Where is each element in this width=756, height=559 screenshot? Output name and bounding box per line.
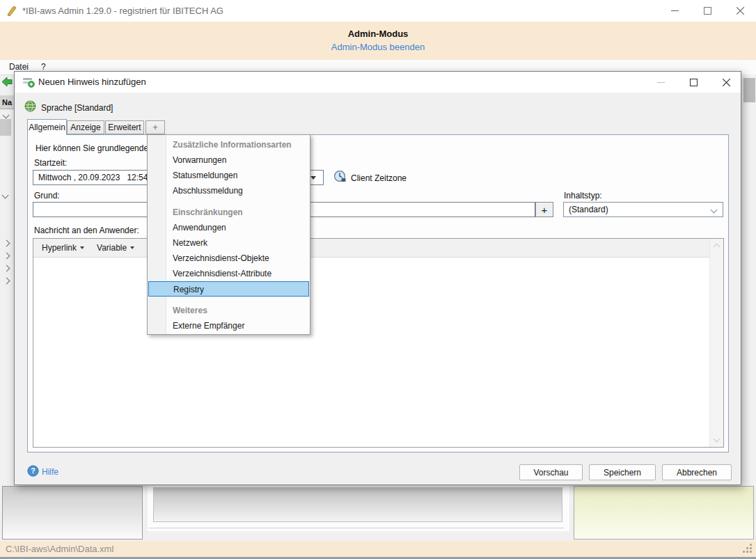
- timezone-label: Client Zeitzone: [351, 173, 407, 183]
- dialog-minimize-button[interactable]: [650, 72, 671, 93]
- app-icon: [6, 5, 18, 19]
- minimize-button[interactable]: [664, 0, 685, 21]
- chevron-down-icon: [711, 207, 718, 214]
- dialog-title: Neuen Hinweis hinzufügen: [38, 72, 146, 93]
- dialog-icon: [22, 77, 35, 90]
- statusbar: C:\IBI-aws\Admin\Data.xml: [0, 541, 756, 559]
- background-panel-middle-box: [153, 487, 562, 522]
- background-panel-divider: [149, 528, 564, 528]
- menu-section-weiteres: Weiteres: [148, 303, 310, 318]
- screen: *IBI-aws Admin 1.29.0 - registriert für …: [0, 0, 756, 559]
- tabpage-allgemein: Hier können Sie grundlegende Ei Startzei…: [27, 134, 729, 452]
- menu-item-externe-empfaenger[interactable]: Externe Empfänger: [148, 318, 310, 333]
- dialog-window-controls: [650, 72, 737, 93]
- abbrechen-button[interactable]: Abbrechen: [662, 464, 732, 480]
- menu-item-vorwarnungen[interactable]: Vorwarnungen: [148, 152, 310, 168]
- tree-expander-icon[interactable]: [3, 278, 10, 285]
- variable-menu-button[interactable]: Variable: [97, 243, 134, 253]
- tab-add-button[interactable]: +: [145, 120, 165, 134]
- plus-icon: +: [152, 123, 157, 132]
- inhaltstyp-label: Inhaltstyp:: [564, 191, 602, 200]
- inhaltstyp-value: (Standard): [569, 205, 608, 214]
- menu-separator: [148, 198, 310, 205]
- grund-add-button[interactable]: +: [535, 202, 553, 217]
- chevron-down-icon: [80, 246, 84, 249]
- menu-item-registry[interactable]: Registry: [148, 281, 309, 297]
- window-title: *IBI-aws Admin 1.29.0 - registriert für …: [22, 0, 223, 22]
- help-icon: ?: [27, 465, 39, 479]
- language-icon: [24, 100, 36, 114]
- maximize-button[interactable]: [697, 0, 718, 21]
- main-window-controls: [664, 0, 750, 21]
- editor-scrollbar[interactable]: [709, 239, 723, 447]
- close-button[interactable]: [730, 0, 750, 21]
- tab-erweitert[interactable]: Erweitert: [105, 120, 144, 134]
- startzeit-label: Startzeit:: [34, 158, 67, 168]
- statusbar-path: C:\IBI-aws\Admin\Data.xml: [6, 541, 113, 557]
- tree-expander-icon[interactable]: [2, 192, 9, 199]
- menu-item-statusmeldungen[interactable]: Statusmeldungen: [148, 168, 310, 183]
- tree-expander-icon[interactable]: [3, 265, 10, 272]
- menu-separator: [148, 297, 310, 303]
- back-icon[interactable]: [1, 77, 13, 89]
- background-panel-middle: [148, 485, 569, 531]
- menu-section-informationsarten: Zusätzliche Informationsarten: [148, 137, 310, 152]
- dialog-close-button[interactable]: [716, 72, 737, 93]
- message-editor[interactable]: Hyperlink Variable Be: [33, 238, 724, 448]
- menu-item-netzwerk[interactable]: Netzwerk: [148, 235, 310, 251]
- resize-grip-icon[interactable]: [743, 544, 753, 553]
- chevron-down-icon: [310, 176, 316, 180]
- abbrechen-label: Abbrechen: [677, 468, 717, 478]
- nachricht-label: Nachricht an den Anwender:: [34, 226, 139, 235]
- variable-label: Variable: [97, 243, 127, 253]
- admin-mode-exit-link[interactable]: Admin-Modus beenden: [0, 42, 756, 52]
- menu-item-abschlussmeldung[interactable]: Abschlussmeldung: [148, 183, 310, 198]
- editor-toolbar: Hyperlink Variable Be: [33, 239, 710, 258]
- intro-text: Hier können Sie grundlegende Ei: [36, 143, 158, 153]
- admin-mode-title: Admin-Modus: [0, 29, 756, 39]
- menu-item-verzeichnisdienst-attribute[interactable]: Verzeichnisdienst-Attribute: [148, 266, 310, 281]
- tab-allgemein[interactable]: Allgemein: [27, 119, 67, 135]
- vorschau-button[interactable]: Vorschau: [519, 464, 583, 480]
- timezone-icon: [333, 170, 347, 185]
- scroll-down-icon[interactable]: [714, 436, 720, 443]
- hyperlink-label: Hyperlink: [42, 243, 77, 253]
- speichern-label: Speichern: [604, 468, 641, 478]
- tab-anzeige[interactable]: Anzeige: [67, 120, 104, 134]
- background-scrollbar[interactable]: [742, 74, 755, 485]
- tab-erweitert-label: Erweitert: [108, 123, 141, 132]
- menu-section-einschraenkungen: Einschränkungen: [148, 205, 310, 220]
- tab-anzeige-label: Anzeige: [70, 123, 100, 132]
- background-panel-left: [2, 486, 143, 540]
- speichern-button[interactable]: Speichern: [589, 464, 656, 480]
- plus-icon: +: [542, 204, 548, 216]
- tree-expander-icon[interactable]: [3, 253, 10, 260]
- vorschau-label: Vorschau: [533, 468, 568, 478]
- tree-selected-row-fragment: [0, 119, 11, 136]
- add-notice-dialog: Neuen Hinweis hinzufügen Sprache [Standa…: [14, 71, 741, 485]
- menu-item-anwendungen[interactable]: Anwendungen: [148, 220, 310, 235]
- add-info-popup-menu: Zusätzliche Informationsarten Vorwarnung…: [147, 134, 310, 335]
- inhaltstyp-select[interactable]: (Standard): [563, 202, 723, 217]
- main-titlebar: *IBI-aws Admin 1.29.0 - registriert für …: [0, 0, 756, 22]
- tab-allgemein-label: Allgemein: [29, 123, 65, 132]
- tree-expander-icon[interactable]: [3, 112, 10, 119]
- language-label: Sprache [Standard]: [41, 103, 113, 113]
- hyperlink-menu-button[interactable]: Hyperlink: [42, 243, 84, 253]
- svg-text:?: ?: [31, 466, 35, 475]
- tree-expander-icon[interactable]: [3, 240, 10, 247]
- chevron-down-icon: [130, 246, 134, 249]
- scroll-up-icon[interactable]: [714, 244, 720, 251]
- menu-item-verzeichnisdienst-objekte[interactable]: Verzeichnisdienst-Objekte: [148, 251, 310, 266]
- dialog-titlebar: Neuen Hinweis hinzufügen: [15, 72, 741, 93]
- background-panel-notes-yellow: [574, 486, 754, 540]
- background-scrollbar-thumb[interactable]: [743, 78, 755, 102]
- help-link[interactable]: Hilfe: [42, 467, 58, 477]
- grund-label: Grund:: [34, 191, 60, 200]
- admin-mode-banner: Admin-Modus Admin-Modus beenden: [0, 22, 756, 60]
- tree-column-header[interactable]: Na: [0, 95, 15, 109]
- dialog-maximize-button[interactable]: [683, 72, 704, 93]
